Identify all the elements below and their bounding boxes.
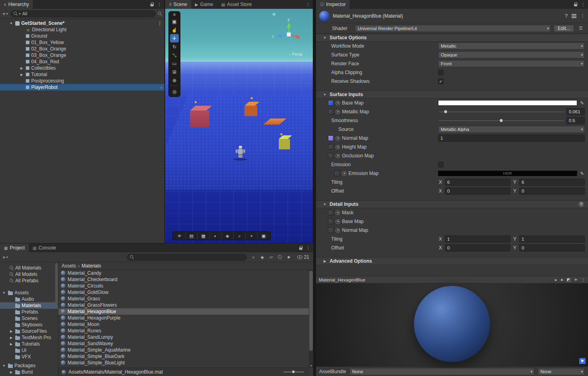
hierarchy-item[interactable]: Ground (0, 33, 164, 39)
folder-item-packages[interactable]: Packages (0, 362, 58, 369)
view-tool[interactable]: ▣ (170, 17, 179, 26)
emission-checkbox[interactable] (438, 162, 444, 167)
scene-box-red[interactable] (190, 106, 209, 127)
shader-presets-icon[interactable] (577, 26, 585, 31)
grid-visibility-icon[interactable]: ▦ (198, 232, 210, 239)
object-picker-icon[interactable] (336, 101, 340, 105)
saved-search-icon[interactable]: ⌕ (249, 254, 258, 260)
tab-project[interactable]: ▦ Project (0, 243, 29, 252)
detail-offset-y-field[interactable]: 0 (519, 244, 585, 251)
scene-player-robot[interactable] (236, 146, 245, 162)
hierarchy-item[interactable]: 04_Box_Red (0, 58, 164, 65)
search-picker-icon[interactable] (158, 12, 162, 16)
presets-icon[interactable] (572, 14, 576, 18)
emission-color-hdr-field[interactable]: HDR (438, 171, 577, 176)
material-list-item[interactable]: Material_GrassFlowers (58, 302, 313, 308)
transform-tool[interactable]: ⊞ (170, 68, 179, 76)
folder-item[interactable]: UI (0, 347, 58, 354)
kebab-menu-icon[interactable] (306, 2, 310, 7)
scene-camera-icon[interactable]: ▣ (258, 232, 270, 239)
type-filter-icon[interactable]: ◈ (258, 254, 267, 260)
receive-shadows-checkbox[interactable] (438, 78, 444, 84)
favorites-star-icon[interactable]: ★ (284, 254, 293, 260)
rect-tool[interactable]: ▭ (170, 59, 179, 68)
sidebar-scrollbar[interactable] (55, 263, 58, 305)
assetbundle-variant-dropdown[interactable]: None (538, 368, 585, 375)
rotate-tool[interactable]: ↻ (170, 42, 179, 51)
expand-arrow-icon[interactable] (9, 370, 14, 374)
smoothness-source-dropdown[interactable]: Metallic Alpha (438, 126, 585, 133)
scale-tool[interactable]: ⤡ (170, 51, 179, 59)
section-surface-options[interactable]: Surface Options (316, 34, 588, 42)
overlay-handle-icon[interactable] (173, 12, 176, 17)
favorite-search-item[interactable]: All Models (0, 271, 58, 277)
height-map-texture-slot[interactable] (328, 144, 334, 150)
detail-tiling-x-field[interactable]: 1 (445, 235, 510, 243)
detail-offset-x-field[interactable]: 0 (445, 244, 510, 251)
smoothness-value-field[interactable]: 0.5 (566, 117, 585, 124)
preview-channels-icon[interactable]: ◩ (567, 277, 570, 282)
occlusion-map-texture-slot[interactable] (328, 153, 334, 159)
label-filter-icon[interactable]: ▱ (267, 254, 276, 260)
folder-item[interactable]: Materials (0, 302, 58, 309)
breadcrumb-root[interactable]: Assets (62, 263, 76, 269)
lock-icon[interactable] (150, 4, 154, 6)
package-folder-item[interactable]: Burst (0, 369, 58, 375)
folder-item[interactable]: TextMesh Pro (0, 334, 58, 341)
offset-x-field[interactable]: 0 (445, 187, 510, 195)
object-picker-icon[interactable] (336, 136, 340, 141)
hierarchy-item[interactable]: Tutorial (0, 71, 164, 78)
expand-arrow-icon[interactable] (9, 330, 14, 333)
folder-item[interactable]: VFX (0, 354, 58, 360)
tab-hierarchy[interactable]: ≡ Hierarchy (0, 0, 33, 9)
smoothness-slider[interactable] (438, 118, 564, 123)
scrollbar-thumb[interactable] (309, 271, 313, 351)
material-list-item[interactable]: Material_SandLumpy (58, 334, 313, 340)
pivot-tool[interactable]: ◎ (170, 87, 179, 96)
material-list-item[interactable]: Material_Checkerboard (58, 276, 313, 283)
scene-search-icon[interactable]: ⌕ (234, 232, 246, 239)
scroll-down-icon[interactable] (309, 364, 313, 367)
hierarchy-item[interactable]: Collectibles (0, 65, 164, 71)
scene-viewport[interactable]: y z Persp ▣ ☝ (165, 9, 313, 243)
move-overlay-icon[interactable]: ✛ (174, 232, 186, 239)
preview-kebab-icon[interactable]: ⋮ (581, 277, 585, 282)
thumbnail-size-slider[interactable] (283, 370, 304, 374)
hidden-count-toggle[interactable]: 21 (296, 254, 311, 260)
object-picker-icon[interactable] (336, 145, 340, 149)
section-surface-inputs[interactable]: Surface Inputs (316, 90, 588, 99)
kebab-menu-icon[interactable] (158, 21, 162, 26)
folder-item-assets[interactable]: Assets (0, 290, 58, 296)
scene-box-yellow[interactable] (279, 135, 290, 149)
kebab-menu-icon[interactable] (306, 246, 310, 250)
asset-labels-icon[interactable] (579, 358, 586, 364)
object-picker-icon[interactable] (336, 154, 340, 158)
tab-scene[interactable]: # Scene (165, 0, 191, 9)
camera-preview-icon[interactable]: ▤ (186, 232, 198, 239)
hierarchy-item[interactable]: PlayerRobot (0, 84, 164, 90)
overlay-menu-icon[interactable] (272, 11, 276, 17)
eyedropper-icon[interactable] (579, 171, 585, 176)
material-list-item[interactable]: Material_Moon (58, 321, 313, 328)
folder-item[interactable]: Tutorials (0, 341, 58, 347)
base-color-field[interactable] (438, 100, 577, 106)
object-picker-icon[interactable] (342, 171, 346, 176)
folder-item[interactable]: Prefabs (0, 309, 58, 315)
material-preview[interactable] (316, 284, 588, 366)
preview-light-icon[interactable]: ☀ (574, 277, 578, 282)
tiling-x-field[interactable]: 6 (445, 179, 510, 186)
breadcrumb-current[interactable]: Materials (82, 263, 101, 269)
scene-header-row[interactable]: GetStarted_Scene* (0, 20, 164, 26)
metallic-slider[interactable] (438, 109, 564, 115)
material-list-item[interactable]: Material_Grass (58, 296, 313, 302)
tab-inspector[interactable]: ⓘ Inspector (316, 0, 350, 9)
alpha-clipping-checkbox[interactable] (438, 70, 444, 75)
metallic-value-field[interactable]: 0.061 (566, 108, 585, 115)
shader-edit-button[interactable]: Edit... (554, 25, 574, 32)
section-detail-inputs[interactable]: Detail Inputs (316, 200, 588, 208)
orientation-gizmo[interactable]: y z (270, 16, 307, 53)
material-list-item[interactable]: Material_Simple_BlueLight (58, 360, 313, 366)
surface-type-dropdown[interactable]: Opaque (438, 51, 585, 58)
kebab-menu-icon[interactable] (581, 2, 585, 7)
project-search-input[interactable] (127, 254, 247, 261)
